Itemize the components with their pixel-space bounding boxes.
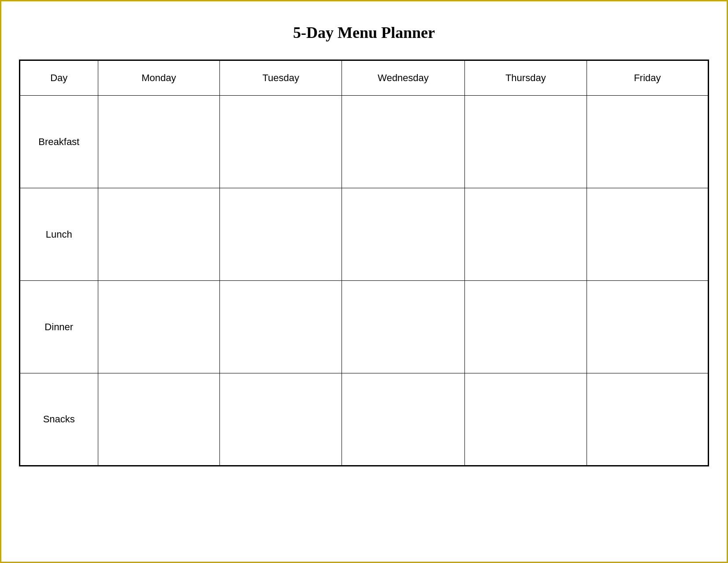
header-monday: Monday [98, 60, 220, 96]
cell-snacks-friday[interactable] [587, 373, 708, 466]
cell-lunch-thursday[interactable] [464, 188, 587, 281]
header-day: Day [20, 60, 98, 96]
cell-lunch-tuesday[interactable] [220, 188, 342, 281]
cell-breakfast-thursday[interactable] [464, 96, 587, 188]
menu-planner-table: Day Monday Tuesday Wednesday Thursday Fr… [19, 60, 709, 466]
cell-dinner-thursday[interactable] [464, 281, 587, 373]
cell-dinner-monday[interactable] [98, 281, 220, 373]
header-friday: Friday [587, 60, 708, 96]
cell-lunch-friday[interactable] [587, 188, 708, 281]
table-row-dinner: Dinner [20, 281, 709, 373]
header-thursday: Thursday [464, 60, 587, 96]
page-title: 5-Day Menu Planner [293, 23, 435, 42]
label-snacks: Snacks [20, 373, 98, 466]
header-wednesday: Wednesday [342, 60, 464, 96]
cell-lunch-wednesday[interactable] [342, 188, 464, 281]
label-breakfast: Breakfast [20, 96, 98, 188]
cell-breakfast-monday[interactable] [98, 96, 220, 188]
cell-breakfast-wednesday[interactable] [342, 96, 464, 188]
label-dinner: Dinner [20, 281, 98, 373]
cell-snacks-thursday[interactable] [464, 373, 587, 466]
cell-lunch-monday[interactable] [98, 188, 220, 281]
header-tuesday: Tuesday [220, 60, 342, 96]
cell-snacks-monday[interactable] [98, 373, 220, 466]
header-row: Day Monday Tuesday Wednesday Thursday Fr… [20, 60, 709, 96]
cell-breakfast-tuesday[interactable] [220, 96, 342, 188]
cell-snacks-wednesday[interactable] [342, 373, 464, 466]
cell-breakfast-friday[interactable] [587, 96, 708, 188]
table-row-lunch: Lunch [20, 188, 709, 281]
cell-dinner-tuesday[interactable] [220, 281, 342, 373]
table-row-breakfast: Breakfast [20, 96, 709, 188]
cell-dinner-friday[interactable] [587, 281, 708, 373]
cell-dinner-wednesday[interactable] [342, 281, 464, 373]
label-lunch: Lunch [20, 188, 98, 281]
cell-snacks-tuesday[interactable] [220, 373, 342, 466]
table-row-snacks: Snacks [20, 373, 709, 466]
